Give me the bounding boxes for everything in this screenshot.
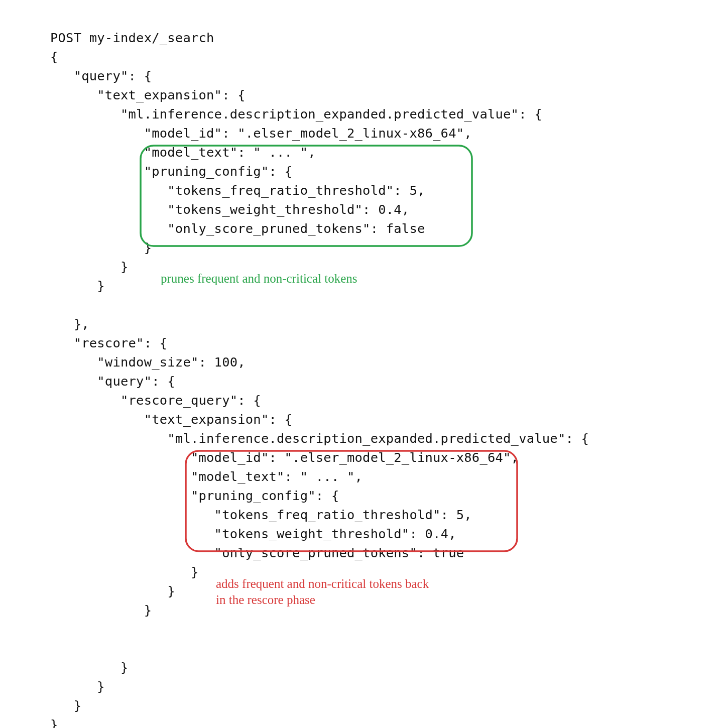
annotation-red-line1: adds frequent and non-critical tokens ba… <box>216 576 429 591</box>
code-block: POST my-index/_search { "query": { "text… <box>50 28 589 729</box>
annotation-green: prunes frequent and non-critical tokens <box>161 271 357 286</box>
page: POST my-index/_search { "query": { "text… <box>0 0 723 728</box>
annotation-red-line2: in the rescore phase <box>216 592 315 608</box>
